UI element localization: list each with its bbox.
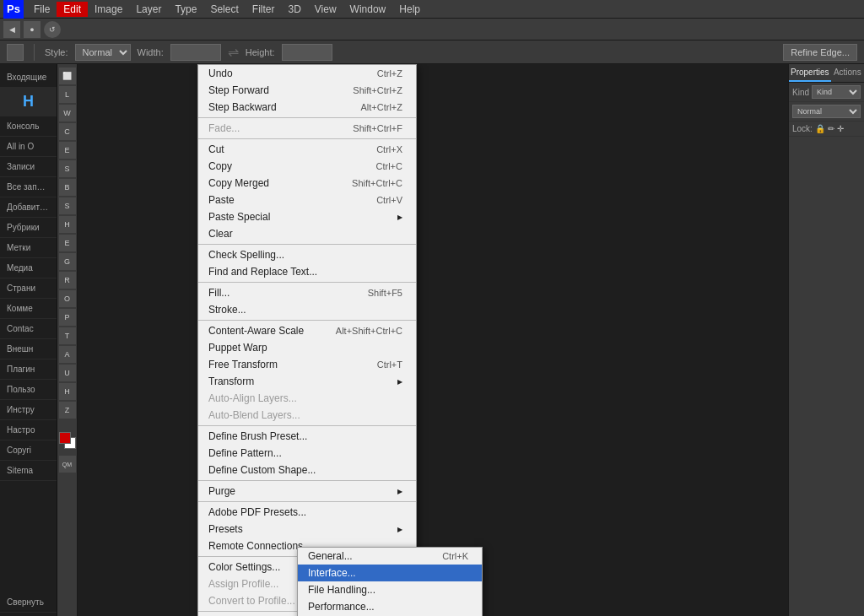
tool-history-brush[interactable]: H (59, 216, 76, 233)
menu-window[interactable]: Window (343, 2, 393, 17)
edit-check-spelling[interactable]: Check Spelling... (198, 246, 416, 263)
wp-nav-comments[interactable]: Комме (0, 299, 57, 319)
menu-type[interactable]: Type (168, 2, 203, 17)
menu-help[interactable]: Help (392, 2, 427, 17)
edit-cut[interactable]: Cut Ctrl+X (198, 141, 416, 158)
tool-crop[interactable]: C (59, 123, 76, 140)
wp-nav-tools[interactable]: Инстру (0, 400, 57, 420)
menu-3d[interactable]: 3D (281, 2, 307, 17)
tool-brush[interactable]: B (59, 179, 76, 196)
tool-clone[interactable]: S (59, 197, 76, 214)
edit-define-pattern[interactable]: Define Pattern... (198, 445, 416, 462)
pref-performance[interactable]: Performance... (298, 598, 482, 615)
edit-purge[interactable]: Purge (198, 483, 416, 500)
pref-interface[interactable]: Interface... (298, 565, 482, 581)
tool-eraser[interactable]: E (59, 235, 76, 251)
edit-transform[interactable]: Transform (198, 373, 416, 390)
edit-fade[interactable]: Fade... Shift+Ctrl+F (198, 120, 416, 137)
wp-nav-marks[interactable]: Метки (0, 238, 57, 258)
rotate-btn: ↺ (44, 21, 61, 38)
edit-content-aware-scale[interactable]: Content-Aware Scale Alt+Shift+Ctrl+C (198, 322, 416, 339)
wp-nav-sitemap[interactable]: Sitema (0, 461, 57, 481)
edit-adobe-pdf-presets[interactable]: Adobe PDF Presets... (198, 504, 416, 521)
tool-eyedropper[interactable]: E (59, 142, 76, 159)
tab-actions[interactable]: Actions (831, 64, 864, 82)
edit-copy[interactable]: Copy Ctrl+C (198, 158, 416, 175)
wp-nav-media[interactable]: Медиа (0, 258, 57, 278)
edit-define-brush[interactable]: Define Brush Preset... (198, 428, 416, 445)
foreground-color-swatch[interactable] (59, 432, 71, 444)
tool-marquee-rect[interactable]: ⬜ (59, 68, 76, 84)
lock-icon[interactable]: 🔒 (815, 124, 825, 133)
wp-nav-external[interactable]: Внешн (0, 339, 57, 359)
menu-file[interactable]: File (27, 2, 57, 17)
menu-layer[interactable]: Layer (129, 2, 168, 17)
edit-step-forward[interactable]: Step Forward Shift+Ctrl+Z (198, 82, 416, 99)
width-input[interactable] (170, 44, 221, 61)
edit-stroke[interactable]: Stroke... (198, 301, 416, 318)
edit-find-replace[interactable]: Find and Replace Text... (198, 263, 416, 280)
tool-type[interactable]: T (59, 327, 76, 344)
quick-mask-btn[interactable]: QM (59, 456, 76, 473)
wp-nav-contacts[interactable]: Contac (0, 319, 57, 339)
pref-file-handling[interactable]: File Handling... (298, 581, 482, 598)
tool-wand[interactable]: W (59, 105, 76, 122)
marquee-tool-icon[interactable] (7, 44, 24, 61)
tool-dodge[interactable]: O (59, 290, 76, 307)
tool-path[interactable]: A (59, 346, 76, 363)
menu-filter[interactable]: Filter (246, 2, 282, 17)
wp-nav-wp[interactable]: H (0, 88, 57, 116)
tool-zoom[interactable]: Z (59, 402, 76, 419)
wp-nav-incoming[interactable]: Входящие (0, 68, 57, 88)
edit-free-transform[interactable]: Free Transform Ctrl+T (198, 356, 416, 373)
edit-presets[interactable]: Presets (198, 521, 416, 538)
tool-lasso[interactable]: L (59, 86, 76, 103)
tool-gradient[interactable]: G (59, 253, 76, 270)
edit-paste[interactable]: Paste Ctrl+V (198, 192, 416, 208)
tab-properties[interactable]: Properties (789, 64, 831, 82)
wp-nav-copyright[interactable]: Copyri (0, 440, 57, 461)
edit-auto-blend-layers[interactable]: Auto-Blend Layers... (198, 407, 416, 424)
sep4 (198, 282, 416, 283)
edit-define-custom-shape[interactable]: Define Custom Shape... (198, 462, 416, 478)
wp-nav-settings[interactable]: Настро (0, 420, 57, 440)
edit-auto-align-layers[interactable]: Auto-Align Layers... (198, 390, 416, 407)
wp-nav-allin[interactable]: All in O (0, 137, 57, 157)
edit-step-backward[interactable]: Step Backward Alt+Ctrl+Z (198, 99, 416, 116)
fwd-btn[interactable]: ● (24, 21, 40, 38)
wp-nav-records[interactable]: Записи (0, 157, 57, 177)
style-select[interactable]: Normal (75, 44, 131, 61)
menu-select[interactable]: Select (203, 2, 245, 17)
tool-spot-heal[interactable]: S (59, 160, 76, 177)
edit-copy-merged[interactable]: Copy Merged Shift+Ctrl+C (198, 175, 416, 192)
lock-move-icon[interactable]: ✛ (837, 124, 844, 133)
back-btn[interactable]: ◀ (3, 21, 20, 38)
menu-edit[interactable]: Edit (57, 2, 88, 17)
normal-select[interactable]: Normal (792, 105, 861, 118)
edit-fill[interactable]: Fill... Shift+F5 (198, 284, 416, 301)
menu-view[interactable]: View (308, 2, 343, 17)
wp-nav-all-records[interactable]: Все записи (0, 177, 57, 197)
wp-nav-users[interactable]: Пользо (0, 380, 57, 400)
refine-edge-button[interactable]: Refine Edge... (783, 44, 857, 61)
tool-hand[interactable]: H (59, 383, 76, 400)
wp-nav-tags[interactable]: Рубрики (0, 218, 57, 238)
kind-select[interactable]: Kind (812, 85, 861, 99)
lock-brush-icon[interactable]: ✏ (828, 124, 834, 133)
wp-nav-console[interactable]: Консоль (0, 116, 57, 137)
edit-paste-special[interactable]: Paste Special (198, 208, 416, 225)
edit-clear[interactable]: Clear (198, 225, 416, 242)
menu-image[interactable]: Image (88, 2, 129, 17)
wp-nav-pages[interactable]: Страни (0, 278, 57, 299)
foreground-background-colors[interactable] (59, 432, 76, 449)
wp-nav-plugins[interactable]: Плагин (0, 359, 57, 380)
wp-nav-collapse[interactable]: Свернуть (0, 592, 57, 613)
edit-puppet-warp[interactable]: Puppet Warp (198, 339, 416, 356)
tool-blur[interactable]: R (59, 272, 76, 289)
pref-general[interactable]: General... Ctrl+K (298, 548, 482, 565)
height-input[interactable] (282, 44, 332, 61)
edit-undo[interactable]: Undo Ctrl+Z (198, 65, 416, 82)
wp-nav-add[interactable]: Добавить н (0, 197, 57, 218)
tool-shape[interactable]: U (59, 365, 76, 381)
tool-pen[interactable]: P (59, 309, 76, 326)
